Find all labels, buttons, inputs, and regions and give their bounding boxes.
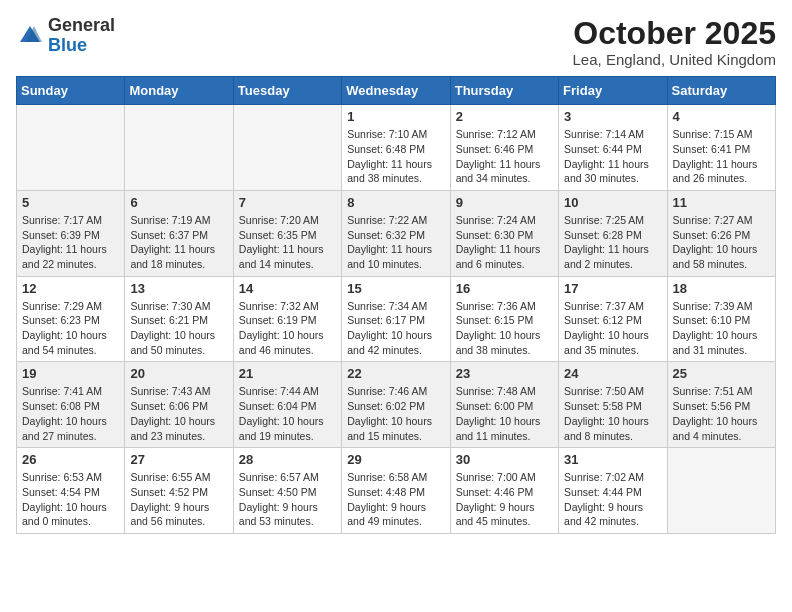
- day-info: Sunrise: 7:32 AM Sunset: 6:19 PM Dayligh…: [239, 299, 336, 358]
- day-number: 25: [673, 366, 770, 381]
- day-info: Sunrise: 7:00 AM Sunset: 4:46 PM Dayligh…: [456, 470, 553, 529]
- calendar-cell: 29Sunrise: 6:58 AM Sunset: 4:48 PM Dayli…: [342, 448, 450, 534]
- day-number: 3: [564, 109, 661, 124]
- day-number: 22: [347, 366, 444, 381]
- calendar-week-row: 12Sunrise: 7:29 AM Sunset: 6:23 PM Dayli…: [17, 276, 776, 362]
- calendar-cell: 4Sunrise: 7:15 AM Sunset: 6:41 PM Daylig…: [667, 105, 775, 191]
- title-block: October 2025 Lea, England, United Kingdo…: [573, 16, 776, 68]
- day-info: Sunrise: 7:12 AM Sunset: 6:46 PM Dayligh…: [456, 127, 553, 186]
- calendar-cell: 21Sunrise: 7:44 AM Sunset: 6:04 PM Dayli…: [233, 362, 341, 448]
- day-number: 4: [673, 109, 770, 124]
- calendar-cell: 3Sunrise: 7:14 AM Sunset: 6:44 PM Daylig…: [559, 105, 667, 191]
- day-info: Sunrise: 7:51 AM Sunset: 5:56 PM Dayligh…: [673, 384, 770, 443]
- calendar-week-row: 1Sunrise: 7:10 AM Sunset: 6:48 PM Daylig…: [17, 105, 776, 191]
- day-number: 11: [673, 195, 770, 210]
- calendar-cell: 11Sunrise: 7:27 AM Sunset: 6:26 PM Dayli…: [667, 190, 775, 276]
- day-number: 8: [347, 195, 444, 210]
- weekday-header: Monday: [125, 77, 233, 105]
- calendar-cell: 6Sunrise: 7:19 AM Sunset: 6:37 PM Daylig…: [125, 190, 233, 276]
- calendar-cell: 12Sunrise: 7:29 AM Sunset: 6:23 PM Dayli…: [17, 276, 125, 362]
- calendar-cell: 10Sunrise: 7:25 AM Sunset: 6:28 PM Dayli…: [559, 190, 667, 276]
- logo: General Blue: [16, 16, 115, 56]
- day-number: 27: [130, 452, 227, 467]
- weekday-header-row: SundayMondayTuesdayWednesdayThursdayFrid…: [17, 77, 776, 105]
- day-info: Sunrise: 7:48 AM Sunset: 6:00 PM Dayligh…: [456, 384, 553, 443]
- weekday-header: Thursday: [450, 77, 558, 105]
- day-info: Sunrise: 7:41 AM Sunset: 6:08 PM Dayligh…: [22, 384, 119, 443]
- calendar-cell: [125, 105, 233, 191]
- weekday-header: Saturday: [667, 77, 775, 105]
- day-info: Sunrise: 7:20 AM Sunset: 6:35 PM Dayligh…: [239, 213, 336, 272]
- day-number: 12: [22, 281, 119, 296]
- calendar-cell: [667, 448, 775, 534]
- day-info: Sunrise: 7:19 AM Sunset: 6:37 PM Dayligh…: [130, 213, 227, 272]
- calendar-cell: 22Sunrise: 7:46 AM Sunset: 6:02 PM Dayli…: [342, 362, 450, 448]
- day-number: 28: [239, 452, 336, 467]
- day-info: Sunrise: 7:22 AM Sunset: 6:32 PM Dayligh…: [347, 213, 444, 272]
- day-info: Sunrise: 7:30 AM Sunset: 6:21 PM Dayligh…: [130, 299, 227, 358]
- day-number: 19: [22, 366, 119, 381]
- day-info: Sunrise: 7:34 AM Sunset: 6:17 PM Dayligh…: [347, 299, 444, 358]
- logo-icon: [16, 22, 44, 50]
- day-info: Sunrise: 7:24 AM Sunset: 6:30 PM Dayligh…: [456, 213, 553, 272]
- calendar-week-row: 19Sunrise: 7:41 AM Sunset: 6:08 PM Dayli…: [17, 362, 776, 448]
- calendar-cell: 18Sunrise: 7:39 AM Sunset: 6:10 PM Dayli…: [667, 276, 775, 362]
- logo-text: General Blue: [48, 16, 115, 56]
- month-title: October 2025: [573, 16, 776, 51]
- day-number: 6: [130, 195, 227, 210]
- calendar-cell: 28Sunrise: 6:57 AM Sunset: 4:50 PM Dayli…: [233, 448, 341, 534]
- day-number: 9: [456, 195, 553, 210]
- calendar-cell: 7Sunrise: 7:20 AM Sunset: 6:35 PM Daylig…: [233, 190, 341, 276]
- logo-general: General: [48, 15, 115, 35]
- weekday-header: Tuesday: [233, 77, 341, 105]
- day-info: Sunrise: 6:53 AM Sunset: 4:54 PM Dayligh…: [22, 470, 119, 529]
- calendar-cell: [17, 105, 125, 191]
- calendar-cell: 15Sunrise: 7:34 AM Sunset: 6:17 PM Dayli…: [342, 276, 450, 362]
- day-number: 21: [239, 366, 336, 381]
- weekday-header: Wednesday: [342, 77, 450, 105]
- calendar-cell: 17Sunrise: 7:37 AM Sunset: 6:12 PM Dayli…: [559, 276, 667, 362]
- day-number: 5: [22, 195, 119, 210]
- day-info: Sunrise: 6:55 AM Sunset: 4:52 PM Dayligh…: [130, 470, 227, 529]
- calendar-cell: 25Sunrise: 7:51 AM Sunset: 5:56 PM Dayli…: [667, 362, 775, 448]
- day-number: 18: [673, 281, 770, 296]
- day-number: 20: [130, 366, 227, 381]
- calendar-cell: 24Sunrise: 7:50 AM Sunset: 5:58 PM Dayli…: [559, 362, 667, 448]
- day-number: 14: [239, 281, 336, 296]
- calendar-cell: 27Sunrise: 6:55 AM Sunset: 4:52 PM Dayli…: [125, 448, 233, 534]
- day-number: 10: [564, 195, 661, 210]
- day-info: Sunrise: 7:10 AM Sunset: 6:48 PM Dayligh…: [347, 127, 444, 186]
- calendar-cell: 9Sunrise: 7:24 AM Sunset: 6:30 PM Daylig…: [450, 190, 558, 276]
- day-number: 24: [564, 366, 661, 381]
- day-info: Sunrise: 7:02 AM Sunset: 4:44 PM Dayligh…: [564, 470, 661, 529]
- logo-blue: Blue: [48, 35, 87, 55]
- calendar-cell: 16Sunrise: 7:36 AM Sunset: 6:15 PM Dayli…: [450, 276, 558, 362]
- day-info: Sunrise: 7:36 AM Sunset: 6:15 PM Dayligh…: [456, 299, 553, 358]
- calendar-cell: 31Sunrise: 7:02 AM Sunset: 4:44 PM Dayli…: [559, 448, 667, 534]
- day-number: 13: [130, 281, 227, 296]
- calendar-cell: 19Sunrise: 7:41 AM Sunset: 6:08 PM Dayli…: [17, 362, 125, 448]
- page-header: General Blue October 2025 Lea, England, …: [16, 16, 776, 68]
- day-info: Sunrise: 7:27 AM Sunset: 6:26 PM Dayligh…: [673, 213, 770, 272]
- day-number: 30: [456, 452, 553, 467]
- day-number: 31: [564, 452, 661, 467]
- weekday-header: Sunday: [17, 77, 125, 105]
- calendar-cell: 30Sunrise: 7:00 AM Sunset: 4:46 PM Dayli…: [450, 448, 558, 534]
- day-number: 7: [239, 195, 336, 210]
- day-number: 16: [456, 281, 553, 296]
- calendar-cell: [233, 105, 341, 191]
- day-info: Sunrise: 7:44 AM Sunset: 6:04 PM Dayligh…: [239, 384, 336, 443]
- day-info: Sunrise: 7:15 AM Sunset: 6:41 PM Dayligh…: [673, 127, 770, 186]
- day-number: 26: [22, 452, 119, 467]
- calendar-cell: 20Sunrise: 7:43 AM Sunset: 6:06 PM Dayli…: [125, 362, 233, 448]
- calendar-week-row: 5Sunrise: 7:17 AM Sunset: 6:39 PM Daylig…: [17, 190, 776, 276]
- calendar-cell: 5Sunrise: 7:17 AM Sunset: 6:39 PM Daylig…: [17, 190, 125, 276]
- day-info: Sunrise: 7:43 AM Sunset: 6:06 PM Dayligh…: [130, 384, 227, 443]
- day-info: Sunrise: 7:39 AM Sunset: 6:10 PM Dayligh…: [673, 299, 770, 358]
- calendar-cell: 2Sunrise: 7:12 AM Sunset: 6:46 PM Daylig…: [450, 105, 558, 191]
- calendar-cell: 13Sunrise: 7:30 AM Sunset: 6:21 PM Dayli…: [125, 276, 233, 362]
- calendar-week-row: 26Sunrise: 6:53 AM Sunset: 4:54 PM Dayli…: [17, 448, 776, 534]
- day-number: 29: [347, 452, 444, 467]
- day-info: Sunrise: 7:46 AM Sunset: 6:02 PM Dayligh…: [347, 384, 444, 443]
- calendar: SundayMondayTuesdayWednesdayThursdayFrid…: [16, 76, 776, 534]
